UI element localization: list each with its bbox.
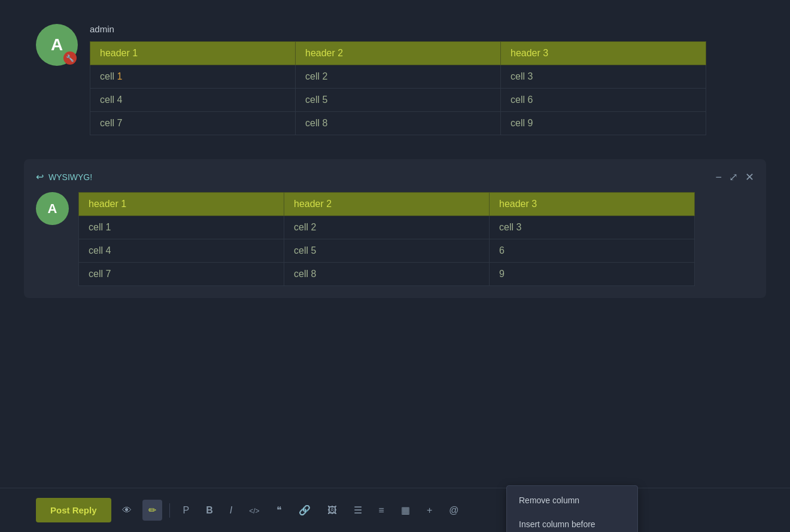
table-row: cell 7 cell 8 9 bbox=[79, 263, 695, 286]
cell-2-3: cell 6 bbox=[501, 89, 706, 112]
paragraph-icon: P bbox=[183, 505, 190, 515]
editor-header: ↩ WYSIWYG! − ⤢ ✕ bbox=[36, 171, 754, 183]
bold-button[interactable]: B bbox=[200, 500, 219, 521]
cell-2-1: cell 4 bbox=[90, 89, 296, 112]
editor-table-header-row: header 1 header 2 header 3 bbox=[79, 193, 695, 216]
editor-title-text: WYSIWYG! bbox=[48, 172, 92, 182]
editor-table[interactable]: header 1 header 2 header 3 cell 1 cell 2… bbox=[78, 192, 695, 286]
cell-1-1: cell 1 bbox=[90, 65, 296, 89]
link-icon: 🔗 bbox=[299, 505, 311, 515]
editor-cell-3-3: 9 bbox=[490, 263, 695, 286]
editor-cell-1-2: cell 2 bbox=[284, 216, 490, 239]
top-post-area: A 🔧 admin header 1 header 2 header 3 cel… bbox=[0, 0, 790, 153]
editor-container: ↩ WYSIWYG! − ⤢ ✕ A header 1 heade bbox=[24, 159, 766, 298]
editor-col-header-2: header 2 bbox=[284, 193, 490, 216]
cell-3-3: cell 9 bbox=[501, 112, 706, 135]
bottom-toolbar: Post Reply 👁 ✏ P B I </> ❝ 🔗 🖼 ☰ ≡ ▦ + @ bbox=[0, 488, 790, 532]
add-button[interactable]: + bbox=[421, 500, 438, 521]
bullet-list-button[interactable]: ☰ bbox=[348, 500, 368, 521]
reply-icon: ↩ bbox=[36, 171, 44, 183]
preview-icon: 👁 bbox=[122, 505, 132, 515]
context-menu: Remove column Insert column before Inser… bbox=[506, 485, 638, 532]
cell-2-2: cell 5 bbox=[296, 89, 501, 112]
fullscreen-button[interactable]: ⤢ bbox=[729, 172, 738, 183]
table-icon: ▦ bbox=[401, 505, 410, 515]
cell-1-3: cell 3 bbox=[501, 65, 706, 89]
editor-cell-3-2: cell 8 bbox=[284, 263, 490, 286]
code-icon: </> bbox=[249, 507, 259, 515]
fullscreen-icon: ⤢ bbox=[729, 171, 738, 183]
editor-cell-3-1: cell 7 bbox=[79, 263, 284, 286]
cell-3-1: cell 7 bbox=[90, 112, 296, 135]
preview-button[interactable]: 👁 bbox=[116, 500, 138, 521]
post-reply-button[interactable]: Post Reply bbox=[36, 498, 111, 522]
pencil-icon: ✏ bbox=[148, 505, 156, 515]
code-button[interactable]: </> bbox=[243, 500, 265, 521]
editor-col-header-1: header 1 bbox=[79, 193, 284, 216]
cell-3-2: cell 8 bbox=[296, 112, 501, 135]
table-row: cell 1 cell 2 cell 3 bbox=[90, 65, 706, 89]
quote-icon: ❝ bbox=[276, 505, 282, 515]
wrench-icon: 🔧 bbox=[66, 54, 74, 62]
editor-title-area: ↩ WYSIWYG! bbox=[36, 171, 92, 183]
editor-table-wrapper: header 1 header 2 header 3 cell 1 cell 2… bbox=[78, 192, 754, 286]
editor-cell-1-3: cell 3 bbox=[490, 216, 695, 239]
table-button[interactable]: ▦ bbox=[395, 500, 416, 521]
bold-icon: B bbox=[206, 505, 213, 515]
cell-1-2: cell 2 bbox=[296, 65, 501, 89]
post-author-name: admin bbox=[90, 24, 754, 34]
col-header-2: header 2 bbox=[296, 42, 501, 65]
italic-icon: I bbox=[230, 505, 232, 515]
italic-button[interactable]: I bbox=[224, 500, 238, 521]
numbered-list-button[interactable]: ≡ bbox=[373, 500, 390, 521]
editor-cell-2-1: cell 4 bbox=[79, 239, 284, 263]
minimize-button[interactable]: − bbox=[715, 172, 722, 183]
col-header-1: header 1 bbox=[90, 42, 296, 65]
close-icon: ✕ bbox=[745, 171, 754, 183]
context-menu-insert-column-before[interactable]: Insert column before bbox=[507, 512, 637, 532]
editor-avatar-letter: A bbox=[48, 201, 57, 217]
avatar-letter: A bbox=[51, 35, 63, 54]
editor-inner: A header 1 header 2 header 3 cell 1 bbox=[36, 192, 754, 286]
bullet-list-icon: ☰ bbox=[354, 505, 362, 515]
post-content: admin header 1 header 2 header 3 cell 1 … bbox=[90, 24, 754, 135]
mention-button[interactable]: @ bbox=[443, 500, 464, 521]
author-avatar: A 🔧 bbox=[36, 24, 78, 66]
editor-controls: − ⤢ ✕ bbox=[715, 172, 754, 183]
quote-button[interactable]: ❝ bbox=[271, 500, 288, 521]
table-row: cell 4 cell 5 cell 6 bbox=[90, 89, 706, 112]
edit-button[interactable]: ✏ bbox=[142, 500, 162, 521]
col-header-3: header 3 bbox=[501, 42, 706, 65]
toolbar-separator bbox=[169, 503, 170, 518]
table-row: cell 1 cell 2 cell 3 bbox=[79, 216, 695, 239]
numbered-list-icon: ≡ bbox=[379, 505, 384, 515]
editor-cell-1-1: cell 1 bbox=[79, 216, 284, 239]
editor-cell-2-3: 6 bbox=[490, 239, 695, 263]
table-row: cell 7 cell 8 cell 9 bbox=[90, 112, 706, 135]
top-post-table: header 1 header 2 header 3 cell 1 cell 2… bbox=[90, 41, 706, 135]
close-button[interactable]: ✕ bbox=[745, 172, 754, 183]
image-button[interactable]: 🖼 bbox=[321, 500, 343, 521]
admin-badge: 🔧 bbox=[63, 51, 77, 65]
editor-content-area[interactable]: header 1 header 2 header 3 cell 1 cell 2… bbox=[78, 192, 754, 286]
paragraph-button[interactable]: P bbox=[177, 500, 196, 521]
table-header-row: header 1 header 2 header 3 bbox=[90, 42, 706, 65]
editor-cell-2-2: cell 5 bbox=[284, 239, 490, 263]
link-button[interactable]: 🔗 bbox=[293, 500, 317, 521]
mention-icon: @ bbox=[449, 505, 458, 515]
table-row: cell 4 cell 5 6 bbox=[79, 239, 695, 263]
image-icon: 🖼 bbox=[327, 505, 337, 515]
editor-col-header-3: header 3 bbox=[490, 193, 695, 216]
add-icon: + bbox=[427, 505, 432, 515]
editor-avatar: A bbox=[36, 192, 69, 225]
context-menu-remove-column[interactable]: Remove column bbox=[507, 488, 637, 512]
